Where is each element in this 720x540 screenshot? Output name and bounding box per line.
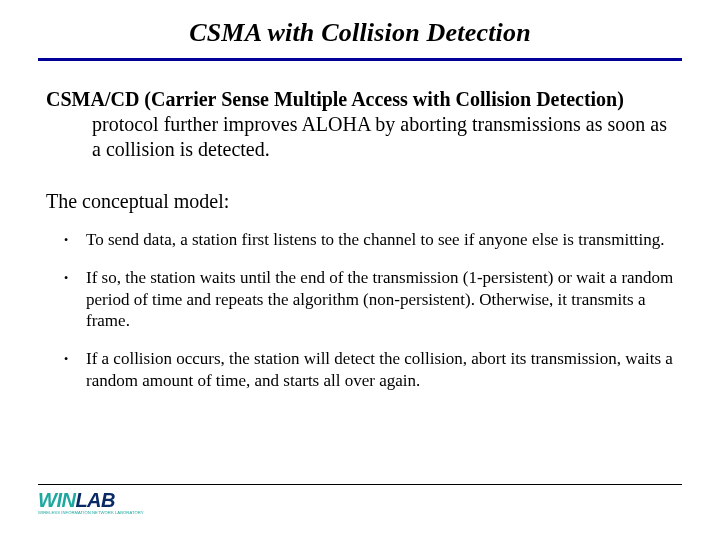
slide-content: CSMA/CD (Carrier Sense Multiple Access w… (38, 87, 682, 392)
bullet-icon: • (46, 229, 86, 248)
intro-rest: protocol further improves ALOHA by abort… (92, 113, 667, 160)
logo-teal-text: WIN (38, 489, 75, 511)
model-heading: The conceptual model: (46, 190, 674, 213)
slide: CSMA with Collision Detection CSMA/CD (C… (0, 0, 720, 540)
list-item: • If so, the station waits until the end… (46, 267, 674, 332)
winlab-logo: WINLAB WIRELESS INFORMATION NETWORK LABO… (38, 491, 144, 515)
logo-main: WINLAB (38, 491, 144, 510)
logo-navy-text: LAB (75, 489, 115, 511)
list-item: • If a collision occurs, the station wil… (46, 348, 674, 392)
slide-title: CSMA with Collision Detection (38, 18, 682, 48)
bullet-text: To send data, a station first listens to… (86, 229, 674, 251)
bullet-icon: • (46, 267, 86, 286)
logo-subtext: WIRELESS INFORMATION NETWORK LABORATORY (38, 510, 144, 515)
list-item: • To send data, a station first listens … (46, 229, 674, 251)
bullet-text: If a collision occurs, the station will … (86, 348, 674, 392)
bullet-icon: • (46, 348, 86, 367)
title-underline (38, 58, 682, 61)
intro-paragraph: CSMA/CD (Carrier Sense Multiple Access w… (46, 87, 674, 162)
slide-footer: WINLAB WIRELESS INFORMATION NETWORK LABO… (38, 484, 682, 518)
intro-bold: CSMA/CD (Carrier Sense Multiple Access w… (46, 88, 624, 110)
bullet-list: • To send data, a station first listens … (46, 229, 674, 392)
footer-rule (38, 484, 682, 485)
bullet-text: If so, the station waits until the end o… (86, 267, 674, 332)
